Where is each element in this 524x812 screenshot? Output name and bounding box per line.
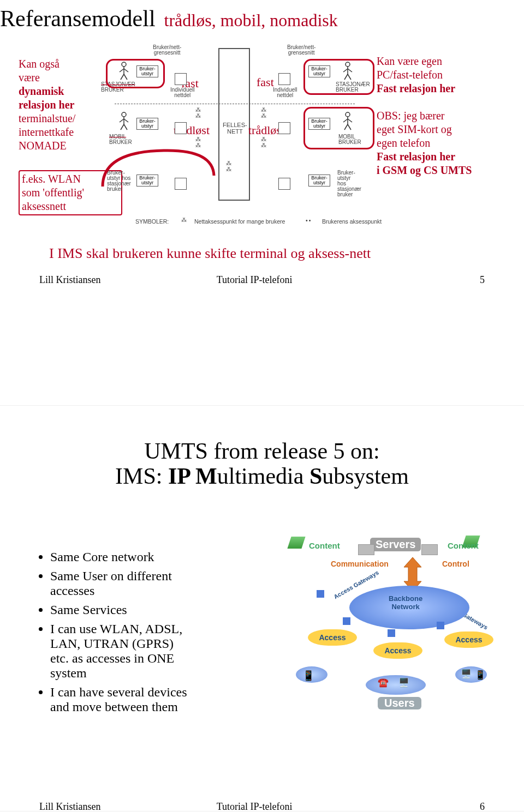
author: Lill Kristiansen [39,801,100,811]
box-empty [278,73,290,85]
t: eget SIM-kort og [377,123,452,135]
t: Access [455,635,482,644]
wireless-icon: ⁂ [181,217,186,223]
t: IMS: [115,464,168,489]
t: relasjon her [19,99,74,111]
label-bruker-nett-left: Bruker/nett- grensesnitt [153,45,181,56]
label-fast-right: fast [257,75,274,89]
t: Kan også [19,58,59,70]
t: Same Core network [50,550,154,564]
router-icon [437,622,444,629]
t: OBS: jeg bærer [377,110,444,122]
label-backbone: Backbone Network [389,594,422,611]
t: Backbone [389,594,422,603]
t: IP M [168,464,217,489]
svg-point-12 [122,112,126,117]
server-box-icon [358,544,374,555]
t: Access [384,646,411,655]
box-empty [278,122,290,134]
phone-icon: 📱 [475,670,486,680]
t: FELLES- [223,122,247,128]
wireless-icon: ⁂⁂ [195,107,200,119]
t: LAN, UTRAN (GPRS) [50,636,174,651]
t: S [309,464,322,489]
t: f.eks. WLAN [22,173,81,185]
tutorial: Tutorial IP-telefoni [217,274,293,286]
bullet: I can have several devices and move betw… [50,685,275,714]
svg-line-17 [124,124,127,130]
label-control: Control [442,560,469,568]
t: Access [319,633,346,642]
page-num: 6 [480,801,485,811]
title-sub: trådløs, mobil, nomadisk [164,10,338,30]
telephone-icon: ☎️ [378,677,389,688]
bullet: I can use WLAN, ADSL, LAN, UTRAN (GPRS) … [50,622,275,681]
label-bruker-hos-right: Bruker- utstyr hos stasjonær bruker [337,170,361,197]
t: I can have several devices [50,685,187,699]
annot-right-pc: Kan være egen PC/fast-telefon Fast relas… [377,55,502,95]
t: Fast relasjon her [377,151,455,163]
box-empty [175,73,187,85]
t: accesses [50,584,94,598]
user-cloud [366,675,426,695]
t: Network [391,603,419,611]
label-users: Users [378,697,421,709]
t: ubsystem [322,464,409,489]
label-individuell: Individuell nettdel [273,87,297,98]
annot-right-sim: OBS: jeg bærer eget SIM-kort og egen tel… [377,109,502,177]
t: etc. as accesses in ONE [50,651,174,665]
svg-line-14 [120,119,124,122]
network-diagram: Content Servers Content Communication Co… [284,536,502,732]
label-servers: Servers [370,538,421,551]
bullet: Same Services [50,603,275,617]
red-ring [303,107,374,149]
t: system [50,666,87,680]
t: bruker [337,191,353,197]
red-connector [98,147,218,196]
access-blob: Access [373,642,422,659]
page-num: 5 [480,274,485,286]
slide2-title: UMTS from release 5 on: IMS: IP Multimed… [0,438,524,489]
author: Lill Kristiansen [39,274,100,286]
t: NETT [227,128,243,135]
symbols-many: Nettaksesspunkt for mange brukere [194,218,285,225]
t: Kan være egen [377,55,442,67]
t: grensesnitt [288,50,315,56]
t: grensesnitt [154,50,181,56]
t: nettdel [174,92,190,98]
svg-line-15 [124,119,128,122]
access-blob: Access [308,629,357,646]
t: nettdel [277,92,293,98]
dashed-line [115,104,355,104]
t: være [19,71,40,83]
computer-icon: 🖥️ [461,669,472,679]
t: PC/fast-telefon [377,69,443,81]
router-icon [388,629,395,637]
label-individuell: Individuell nettdel [170,87,194,98]
t: aksessnett [22,200,66,212]
t: utstyr [141,123,153,129]
computer-icon: 🖥️ [398,677,409,688]
slide-1: Referansemodell trådløs, mobil, nomadisk… [0,0,524,406]
box-empty [175,122,187,134]
box-brukerutstyr: Bruker- utstyr [308,175,330,187]
wireless-icon: ⁂⁂ [195,136,200,148]
t: and move between them [50,700,178,714]
t: I can use WLAN, ADSL, [50,622,182,636]
bullet: Same User on different accesses [50,569,275,598]
box-brukerutstyr: Bruker- utstyr [136,118,158,130]
t: egen telefon [377,137,430,149]
felles-nett-label: FELLES- NETT [223,122,247,135]
router-icon [317,590,324,598]
t: ultimedia [217,464,309,489]
t: utstyr [313,180,325,185]
wireless-icon: ⁂⁂ [261,107,266,119]
red-ring [303,59,374,95]
symbols-one: Brukerens aksesspunkt [322,218,382,225]
t: som 'offentlig' [22,187,84,199]
t: Fast relasjon her [377,82,455,94]
label-bruker-nett-right: Bruker/nett- grensesnitt [287,45,315,56]
wireless-icon: ⁂⁂ [261,136,266,148]
red-ring [106,59,165,88]
t: dynamisk [19,85,64,97]
